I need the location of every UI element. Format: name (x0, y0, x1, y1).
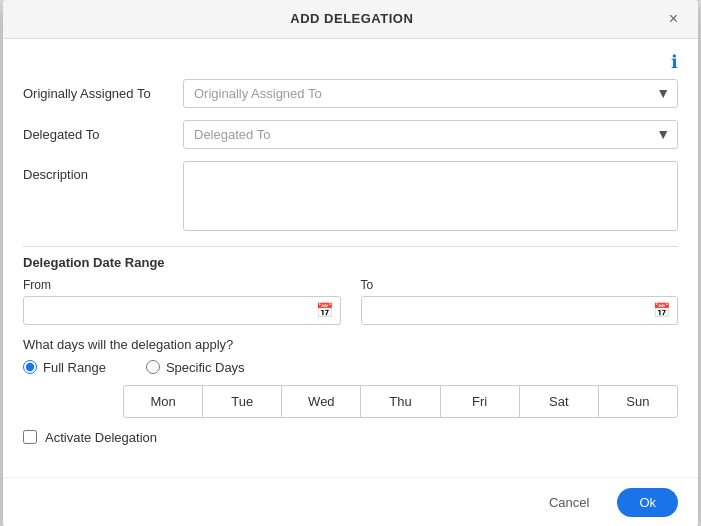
date-from-wrap: 📅 (23, 296, 341, 325)
dialog-title: ADD DELEGATION (39, 11, 665, 26)
full-range-radio[interactable] (23, 360, 37, 374)
days-grid: MonTueWedThuFriSatSun (123, 385, 678, 418)
delegated-to-row: Delegated To Delegated To ▼ (23, 120, 678, 149)
originally-assigned-select-wrap: Originally Assigned To ▼ (183, 79, 678, 108)
date-from-label: From (23, 278, 341, 292)
activate-label: Activate Delegation (45, 430, 157, 445)
divider (23, 246, 678, 247)
day-cell-tue[interactable]: Tue (203, 386, 282, 417)
date-range-section-label: Delegation Date Range (23, 255, 678, 270)
dialog-footer: Cancel Ok (3, 477, 698, 527)
originally-assigned-label: Originally Assigned To (23, 86, 183, 101)
description-label: Description (23, 161, 183, 182)
info-icon-row: ℹ (23, 51, 678, 73)
days-question: What days will the delegation apply? (23, 337, 678, 352)
specific-days-label: Specific Days (166, 360, 245, 375)
date-range-row: From 📅 To 📅 (23, 278, 678, 325)
day-cell-thu[interactable]: Thu (361, 386, 440, 417)
day-cell-wed[interactable]: Wed (282, 386, 361, 417)
ok-button[interactable]: Ok (617, 488, 678, 517)
info-icon[interactable]: ℹ (671, 51, 678, 73)
specific-days-radio-label[interactable]: Specific Days (146, 360, 245, 375)
description-input[interactable] (183, 161, 678, 231)
date-to-label: To (361, 278, 679, 292)
date-to-input[interactable] (361, 296, 679, 325)
dialog-header: ADD DELEGATION × (3, 0, 698, 39)
full-range-radio-label[interactable]: Full Range (23, 360, 106, 375)
delegated-to-wrap: Delegated To ▼ (183, 120, 678, 149)
day-cell-sun[interactable]: Sun (599, 386, 677, 417)
radio-row: Full Range Specific Days (23, 360, 678, 375)
activate-row: Activate Delegation (23, 430, 678, 445)
date-from-input[interactable] (23, 296, 341, 325)
originally-assigned-wrap: Originally Assigned To ▼ (183, 79, 678, 108)
originally-assigned-row: Originally Assigned To Originally Assign… (23, 79, 678, 108)
delegated-to-select-wrap: Delegated To ▼ (183, 120, 678, 149)
dialog-body: ℹ Originally Assigned To Originally Assi… (3, 39, 698, 477)
date-to-col: To 📅 (361, 278, 679, 325)
specific-days-radio[interactable] (146, 360, 160, 374)
description-row: Description (23, 161, 678, 234)
activate-checkbox[interactable] (23, 430, 37, 444)
day-cell-sat[interactable]: Sat (520, 386, 599, 417)
cancel-button[interactable]: Cancel (531, 488, 607, 517)
date-from-col: From 📅 (23, 278, 341, 325)
delegated-to-select[interactable]: Delegated To (183, 120, 678, 149)
delegated-to-label: Delegated To (23, 127, 183, 142)
description-wrap (183, 161, 678, 234)
close-button[interactable]: × (665, 10, 682, 28)
originally-assigned-select[interactable]: Originally Assigned To (183, 79, 678, 108)
day-cell-fri[interactable]: Fri (441, 386, 520, 417)
full-range-label: Full Range (43, 360, 106, 375)
day-cell-mon[interactable]: Mon (124, 386, 203, 417)
add-delegation-dialog: ADD DELEGATION × ℹ Originally Assigned T… (3, 0, 698, 526)
date-to-wrap: 📅 (361, 296, 679, 325)
